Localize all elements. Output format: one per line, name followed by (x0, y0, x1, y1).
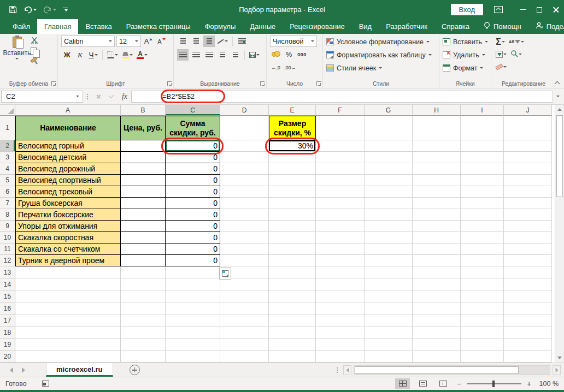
cell-C9[interactable]: 0 (166, 221, 220, 232)
bold-button[interactable]: Ж (61, 49, 73, 61)
cell-G16[interactable] (365, 302, 413, 314)
cell-I20[interactable] (461, 351, 504, 363)
next-sheet-button[interactable] (22, 367, 25, 373)
cell-B17[interactable] (121, 314, 166, 326)
cell-J4[interactable] (504, 163, 552, 175)
sign-in-button[interactable]: Вход (451, 4, 483, 15)
cell-J16[interactable] (504, 302, 552, 314)
column-header-C[interactable]: C (166, 105, 220, 116)
row-header-15[interactable]: 15 (0, 290, 15, 302)
cell-F9[interactable] (316, 221, 365, 232)
tab-developer[interactable]: Разработчик (379, 19, 434, 34)
column-header-G[interactable]: G (365, 105, 413, 116)
cell-G18[interactable] (365, 326, 413, 338)
cell-B12[interactable] (121, 255, 166, 266)
scroll-up-button[interactable] (555, 105, 564, 114)
cell-E19[interactable] (269, 338, 316, 351)
cell-J3[interactable] (504, 152, 552, 163)
cell-B6[interactable] (121, 186, 166, 198)
cell-B2[interactable] (121, 140, 166, 152)
cell-F3[interactable] (316, 152, 365, 163)
cell-D6[interactable] (220, 186, 269, 198)
cell-D14[interactable] (220, 278, 269, 290)
cell-E2[interactable]: 30% (269, 140, 316, 152)
customize-qat-button[interactable] (63, 8, 68, 12)
cell-A19[interactable] (15, 338, 121, 351)
column-header-F[interactable]: F (316, 105, 365, 116)
cell-H7[interactable] (413, 198, 461, 209)
font-name-combo[interactable]: Calibri (61, 35, 115, 47)
cell-B5[interactable] (121, 175, 166, 186)
row-header-19[interactable]: 19 (0, 338, 15, 351)
cell-B15[interactable] (121, 290, 166, 302)
fill-button[interactable] (495, 49, 508, 60)
cell-A6[interactable]: Велосипед трековый (15, 186, 121, 198)
cell-A14[interactable] (15, 278, 121, 290)
cell-F6[interactable] (316, 186, 365, 198)
cell-styles-button[interactable]: Стили ячеек (326, 62, 433, 74)
cell-D9[interactable] (220, 221, 269, 232)
cell-H19[interactable] (413, 338, 461, 351)
cell-G1[interactable] (365, 116, 413, 140)
cell-G3[interactable] (365, 152, 413, 163)
cell-B9[interactable] (121, 221, 166, 232)
cell-C3[interactable]: 0 (166, 152, 220, 163)
cell-F1[interactable] (316, 116, 365, 140)
cell-F4[interactable] (316, 163, 365, 175)
font-color-button[interactable]: А (136, 49, 149, 61)
borders-button[interactable] (106, 49, 119, 61)
align-left-button[interactable] (177, 49, 189, 61)
select-all-button[interactable] (0, 105, 15, 116)
cell-E18[interactable] (269, 326, 316, 338)
cell-B16[interactable] (121, 302, 166, 314)
format-painter-button[interactable] (31, 57, 38, 63)
cell-F2[interactable] (316, 140, 365, 152)
cell-F13[interactable] (316, 266, 365, 278)
tab-file[interactable]: Файл (5, 19, 37, 34)
cell-E4[interactable] (269, 163, 316, 175)
cell-E14[interactable] (269, 278, 316, 290)
cell-G17[interactable] (365, 314, 413, 326)
tab-formulas[interactable]: Формулы (198, 19, 243, 34)
cell-A9[interactable]: Упоры для отжимания (15, 221, 121, 232)
vertical-scrollbar[interactable] (555, 105, 564, 363)
cell-A16[interactable] (15, 302, 121, 314)
column-header-D[interactable]: D (220, 105, 269, 116)
cell-H11[interactable] (413, 243, 461, 255)
cell-E3[interactable] (269, 152, 316, 163)
tab-review[interactable]: Рецензирование (283, 19, 351, 34)
cell-A1[interactable]: Наименование (15, 116, 121, 140)
insert-cells-button[interactable]: Вставить (443, 36, 485, 47)
cell-J12[interactable] (504, 255, 552, 266)
cell-J11[interactable] (504, 243, 552, 255)
redo-button[interactable] (43, 6, 56, 14)
row-header-20[interactable]: 20 (0, 351, 15, 363)
cut-button[interactable] (31, 37, 38, 46)
cell-D18[interactable] (220, 326, 269, 338)
cell-E13[interactable] (269, 266, 316, 278)
cell-E20[interactable] (269, 351, 316, 363)
cell-B4[interactable] (121, 163, 166, 175)
cell-A17[interactable] (15, 314, 121, 326)
cell-E1[interactable]: Размер скидки, % (269, 116, 316, 140)
decrease-decimal-button[interactable]: ,00→ (283, 62, 297, 73)
cell-I8[interactable] (461, 209, 504, 221)
cell-I11[interactable] (461, 243, 504, 255)
cell-F8[interactable] (316, 209, 365, 221)
cell-H10[interactable] (413, 232, 461, 243)
comma-style-button[interactable]: 000 (296, 49, 308, 60)
cell-J19[interactable] (504, 338, 552, 351)
cell-J9[interactable] (504, 221, 552, 232)
cell-I9[interactable] (461, 221, 504, 232)
cell-D17[interactable] (220, 314, 269, 326)
format-cells-button[interactable]: Формат (443, 62, 485, 74)
row-header-13[interactable]: 13 (0, 266, 15, 278)
cell-C8[interactable]: 0 (166, 209, 220, 221)
cell-E10[interactable] (269, 232, 316, 243)
cell-D4[interactable] (220, 163, 269, 175)
tab-split-drag-handle[interactable] (337, 367, 338, 373)
column-header-H[interactable]: H (413, 105, 461, 116)
cell-C17[interactable] (166, 314, 220, 326)
tab-page-layout[interactable]: Разметка страницы (119, 19, 198, 34)
cell-H3[interactable] (413, 152, 461, 163)
